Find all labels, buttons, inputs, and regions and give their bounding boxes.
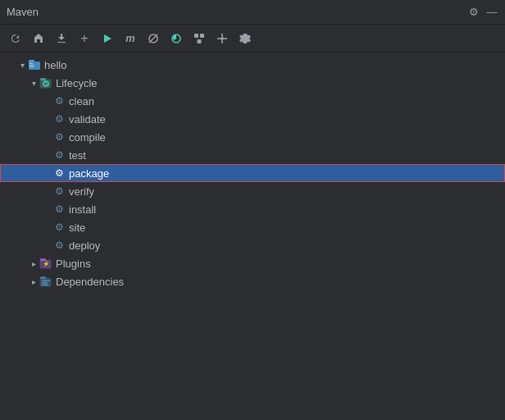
run-button[interactable] [97,28,118,49]
hello-label: hello [44,59,66,71]
tree-item-compile[interactable]: ⚙ compile [0,128,505,146]
show-deps-button[interactable] [212,28,233,49]
install-label: install [69,203,96,216]
svg-point-11 [225,38,227,39]
expand-arrow-dependencies [28,276,39,287]
svg-rect-4 [194,34,198,38]
verify-label: verify [69,185,94,198]
add-button[interactable]: + [74,28,95,49]
tree-item-verify[interactable]: ⚙ verify [0,182,505,200]
tree-item-site[interactable]: ⚙ site [0,218,505,236]
title-bar: Maven ⚙ — [0,0,505,25]
gear-icon-compile: ⚙ [52,130,66,144]
tree-item-hello[interactable]: hello [0,56,505,74]
gear-icon-package: ⚙ [52,167,66,180]
tree-item-plugins[interactable]: ⚡ Plugins [0,254,505,272]
dependencies-icon [39,275,52,288]
panel-title: Maven [7,6,39,18]
svg-rect-16 [30,66,34,67]
svg-rect-26 [42,282,48,284]
svg-rect-24 [40,276,46,279]
tree-item-test[interactable]: ⚙ test [0,146,505,164]
plugins-label: Plugins [56,258,91,270]
toggle-offline-button[interactable] [166,28,187,49]
svg-rect-15 [30,65,34,66]
settings-icon[interactable]: ⚙ [467,6,480,19]
lifecycle-label: Lifecycle [56,77,98,89]
plugins-icon: ⚡ [39,257,52,270]
gear-icon-deploy: ⚙ [52,239,66,252]
gear-icon-install: ⚙ [52,203,66,216]
settings-toolbar-button[interactable] [234,28,256,49]
project-icon [28,58,41,71]
compile-label: compile [69,131,106,144]
download-sources-button[interactable] [51,28,72,49]
svg-point-9 [221,42,223,43]
svg-rect-27 [42,285,48,286]
maven-m-button[interactable]: m [120,28,141,49]
tree-item-lifecycle[interactable]: Lifecycle [0,74,505,92]
svg-point-7 [221,37,224,40]
toolbar: + m [0,25,505,52]
expand-arrow-plugins [28,258,39,269]
svg-rect-6 [198,39,202,43]
tree-area: hello Lifecycle ⚙ clean ⚙ [0,52,505,420]
tree-item-package[interactable]: ⚙ package [0,164,505,182]
expand-arrow-hello [16,59,28,71]
show-diagram-button[interactable] [189,28,210,49]
deploy-label: deploy [69,240,100,252]
tree-item-deploy[interactable]: ⚙ deploy [0,236,505,254]
gear-icon-validate: ⚙ [52,112,66,126]
refresh-button[interactable] [5,28,26,49]
svg-rect-18 [40,78,46,80]
clean-label: clean [69,95,94,107]
expand-arrow-lifecycle [28,77,39,89]
validate-label: validate [69,113,106,126]
svg-rect-5 [200,34,204,38]
svg-text:⚡: ⚡ [43,260,50,267]
svg-marker-0 [104,34,111,43]
skip-tests-button[interactable] [143,28,164,49]
svg-point-8 [221,34,223,35]
minimize-icon[interactable]: — [485,6,498,19]
maven-home-button[interactable] [28,28,49,49]
svg-rect-14 [30,63,33,64]
svg-point-10 [217,38,219,39]
tree-item-validate[interactable]: ⚙ validate [0,110,505,128]
lifecycle-icon [39,76,52,89]
maven-panel: Maven ⚙ — + [0,0,505,420]
gear-icon-clean: ⚙ [52,94,66,107]
gear-icon-test: ⚙ [52,148,66,162]
svg-rect-13 [29,60,34,62]
gear-icon-verify: ⚙ [52,185,66,198]
gear-icon-site: ⚙ [52,221,66,234]
tree-item-dependencies[interactable]: Dependencies [0,272,505,290]
test-label: test [69,149,86,162]
svg-rect-25 [42,281,50,282]
package-label: package [69,167,109,180]
tree-item-install[interactable]: ⚙ install [0,200,505,218]
site-label: site [69,221,85,234]
dependencies-label: Dependencies [56,276,124,288]
tree-item-clean[interactable]: ⚙ clean [0,92,505,110]
title-actions: ⚙ — [467,6,498,19]
